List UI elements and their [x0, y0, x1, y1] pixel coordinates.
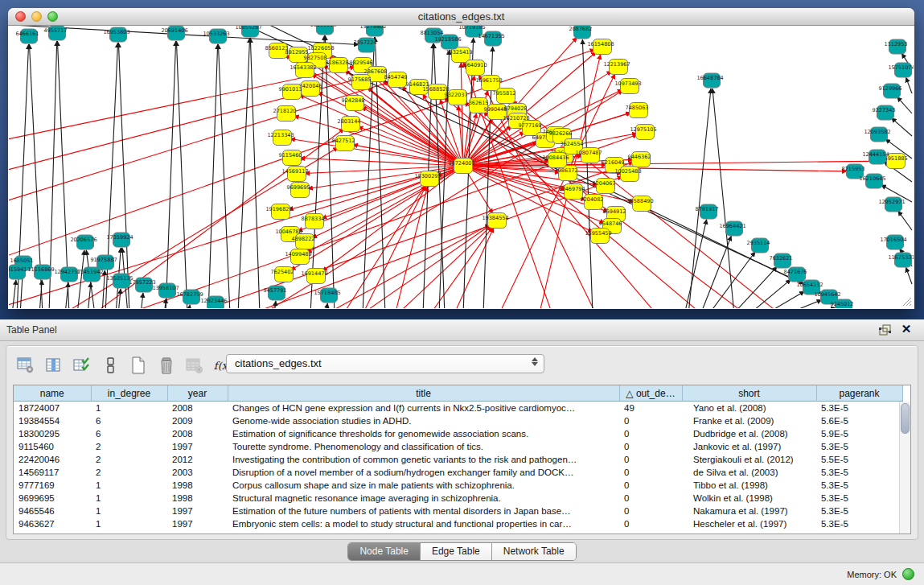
table-cell[interactable]: 0: [619, 517, 682, 530]
table-cell[interactable]: 1: [91, 492, 167, 505]
table-cell[interactable]: 19384554: [14, 414, 91, 427]
network-view-window[interactable]: citations_edges.txt 18724007856012389129…: [8, 8, 914, 309]
table-cell[interactable]: 22420046: [14, 453, 91, 466]
table-cell[interactable]: 5.9E-5: [816, 427, 902, 440]
table-cell[interactable]: 0: [619, 466, 682, 479]
tab-network-table[interactable]: Network Table: [492, 543, 576, 560]
float-panel-icon[interactable]: [879, 324, 892, 336]
resize-grip-icon[interactable]: [901, 295, 912, 307]
table-cell[interactable]: Franke et al. (2009): [682, 414, 816, 427]
table-cell[interactable]: 0: [619, 505, 682, 517]
table-cell[interactable]: Dudbridge et al. (2008): [682, 427, 816, 440]
table-scrollbar-thumb[interactable]: [901, 403, 910, 434]
table-scrollbar[interactable]: [899, 402, 910, 534]
network-canvas[interactable]: 1872400785601238912955182260589827508165…: [9, 26, 914, 308]
table-settings-icon[interactable]: [16, 356, 35, 375]
column-header-in_degree[interactable]: in_degree: [91, 385, 167, 402]
table-cell[interactable]: 14569117: [14, 466, 91, 479]
table-cell[interactable]: 5.3E-5: [816, 466, 902, 479]
table-cell[interactable]: 9115460: [14, 440, 91, 453]
table-row[interactable]: 2242004622012Investigating the contribut…: [14, 453, 902, 466]
row-height-icon[interactable]: [101, 356, 120, 375]
table-cell[interactable]: Jankovic et al. (1997): [682, 440, 816, 453]
table-cell[interactable]: 0: [619, 492, 682, 505]
table-cell[interactable]: 2009: [167, 414, 228, 427]
select-visible-columns-icon[interactable]: [72, 356, 92, 375]
table-row[interactable]: 1830029562008Estimation of significance …: [14, 427, 902, 440]
table-cell[interactable]: 5.3E-5: [816, 479, 902, 492]
table-cell[interactable]: 1: [91, 402, 167, 415]
table-cell[interactable]: 2003: [167, 466, 228, 479]
table-cell[interactable]: 5.3E-5: [816, 505, 902, 517]
table-cell[interactable]: Estimation of significance thresholds fo…: [228, 427, 619, 440]
zoom-window-icon[interactable]: [47, 11, 58, 22]
network-table-select[interactable]: citations_edges.txt: [226, 354, 544, 373]
table-cell[interactable]: 1997: [167, 517, 228, 530]
tab-edge-table[interactable]: Edge Table: [421, 543, 492, 560]
table-cell[interactable]: Changes of HCN gene expression and I(f) …: [228, 402, 619, 415]
column-header-short[interactable]: short: [682, 385, 816, 402]
column-header-year[interactable]: year: [167, 385, 228, 402]
table-row[interactable]: 946362711997Embryonic stem cells: a mode…: [14, 517, 902, 530]
table-cell[interactable]: Hescheler et al. (1997): [682, 517, 816, 530]
table-row[interactable]: 1456911722003Disruption of a novel membe…: [14, 466, 902, 479]
table-cell[interactable]: Embryonic stem cells: a model to study s…: [228, 517, 619, 530]
delete-table-icon[interactable]: [157, 356, 176, 375]
minimize-window-icon[interactable]: [31, 11, 42, 22]
table-cell[interactable]: 49: [619, 402, 682, 415]
table-cell[interactable]: 2: [91, 453, 167, 466]
table-cell[interactable]: Stergiakouli et al. (2012): [682, 453, 816, 466]
table-cell[interactable]: 1998: [167, 492, 228, 505]
network-window-titlebar[interactable]: citations_edges.txt: [8, 8, 914, 26]
table-row[interactable]: 946554611997Estimation of the future num…: [14, 505, 902, 517]
table-cell[interactable]: 0: [619, 427, 682, 440]
column-header-name[interactable]: name: [14, 385, 91, 402]
close-window-icon[interactable]: [15, 11, 26, 22]
create-table-icon[interactable]: [129, 356, 148, 375]
table-cell[interactable]: 1: [91, 479, 167, 492]
table-cell[interactable]: 18300295: [14, 427, 91, 440]
table-cell[interactable]: 9463627: [14, 517, 91, 530]
table-cell[interactable]: 2008: [167, 427, 228, 440]
table-cell[interactable]: Genome-wide association studies in ADHD.: [228, 414, 619, 427]
table-cell[interactable]: 1997: [167, 440, 228, 453]
table-row[interactable]: 1938455462009Genome-wide association stu…: [14, 414, 902, 427]
column-header-pagerank[interactable]: pagerank: [816, 385, 902, 402]
table-cell[interactable]: 1998: [167, 479, 228, 492]
table-cell[interactable]: 0: [619, 414, 682, 427]
table-cell[interactable]: 0: [619, 440, 682, 453]
select-spinner-icon[interactable]: [532, 357, 538, 366]
table-cell[interactable]: Tibbo et al. (1998): [682, 479, 816, 492]
table-cell[interactable]: 9777169: [14, 479, 91, 492]
table-cell[interactable]: 5.6E-5: [816, 414, 902, 427]
table-cell[interactable]: 1: [91, 517, 167, 530]
table-row[interactable]: 911546021997Tourette syndrome. Phenomeno…: [14, 440, 902, 453]
column-header-title[interactable]: title: [228, 385, 619, 402]
table-cell[interactable]: 5.5E-5: [816, 453, 902, 466]
table-cell[interactable]: 2: [91, 466, 167, 479]
close-panel-icon[interactable]: ✕: [900, 322, 913, 336]
table-cell[interactable]: 6: [91, 414, 167, 427]
table-cell[interactable]: Nakamura et al. (1997): [682, 505, 816, 517]
table-cell[interactable]: 1997: [167, 505, 228, 517]
table-row[interactable]: 969969511998Structural magnetic resonanc…: [14, 492, 902, 505]
table-cell[interactable]: 9699695: [14, 492, 91, 505]
table-row[interactable]: 1872400712008Changes of HCN gene express…: [14, 402, 902, 415]
table-cell[interactable]: 5.3E-5: [816, 440, 902, 453]
table-cell[interactable]: 6: [91, 427, 167, 440]
table-cell[interactable]: 2008: [167, 402, 228, 415]
table-cell[interactable]: Corpus callosum shape and size in male p…: [228, 479, 619, 492]
table-cell[interactable]: Wolkin et al. (1998): [682, 492, 816, 505]
table-cell[interactable]: 5.3E-5: [816, 402, 902, 415]
table-cell[interactable]: 5.3E-5: [816, 517, 902, 530]
table-cell[interactable]: Structural magnetic resonance image aver…: [228, 492, 619, 505]
import-table-icon[interactable]: [185, 356, 204, 375]
table-cell[interactable]: 9465546: [14, 505, 91, 517]
table-cell[interactable]: 18724007: [14, 402, 91, 415]
table-cell[interactable]: 0: [619, 453, 682, 466]
column-header-out_de[interactable]: △ out_de…: [619, 385, 682, 402]
table-cell[interactable]: Tourette syndrome. Phenomenology and cla…: [228, 440, 619, 453]
tab-node-table[interactable]: Node Table: [348, 543, 421, 560]
table-cell[interactable]: Estimation of the future numbers of pati…: [228, 505, 619, 517]
table-cell[interactable]: 1: [91, 505, 167, 517]
